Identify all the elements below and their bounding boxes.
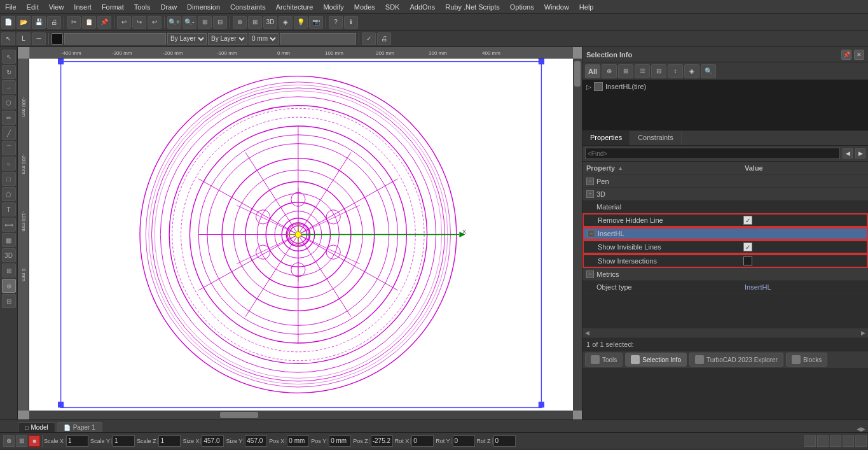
scale-x-input[interactable] (66, 435, 88, 447)
panel-search-button[interactable]: 🔍 (701, 64, 716, 78)
remove-hidden-checkbox[interactable] (743, 216, 752, 225)
info-btn[interactable]: ℹ (344, 16, 358, 29)
pos-y-input[interactable] (329, 435, 351, 447)
bottom-tool-3[interactable] (830, 435, 841, 447)
find-prev-button[interactable]: ◀ (843, 148, 853, 158)
zoom-all-button[interactable]: ⊞ (198, 16, 212, 29)
layer-input[interactable]: 0 (64, 33, 166, 45)
prop-show-intersections[interactable]: Show Intersections (582, 254, 868, 268)
grid-button[interactable]: ⊞ (248, 16, 262, 29)
bottom-tool-1[interactable] (804, 435, 816, 447)
copy-button[interactable]: 📋 (82, 16, 96, 29)
prop-show-invisible[interactable]: Show Invisible Lines (582, 240, 868, 254)
tool-dim[interactable]: ⟺ (2, 218, 16, 232)
menu-ruby-net-scripts[interactable]: Ruby .Net Scripts (440, 2, 505, 12)
tool-hatch[interactable]: ▦ (2, 233, 16, 247)
check-btn[interactable]: ✓ (362, 32, 376, 45)
view3d-button[interactable]: 3D (263, 16, 277, 29)
fill-select[interactable]: By Layer (208, 33, 247, 45)
canvas-area[interactable]: -400 mm -300 mm -200 mm -100 mm 0 mm 100… (18, 47, 582, 419)
pen-style-btn[interactable]: ─ (32, 32, 46, 45)
menu-insert[interactable]: Insert (69, 2, 97, 12)
lineweight-select[interactable]: 0 mm (249, 33, 279, 45)
help-btn[interactable]: ? (329, 16, 343, 29)
vertical-scrollbar[interactable] (573, 59, 582, 411)
rot-y-input[interactable] (453, 435, 475, 447)
pos-x-input[interactable] (287, 435, 309, 447)
menu-window[interactable]: Window (539, 2, 574, 12)
tool-text[interactable]: T (2, 202, 16, 216)
menu-format[interactable]: Format (97, 2, 129, 12)
bottom-tool-5[interactable] (855, 435, 867, 447)
grid-toggle[interactable]: ⊞ (16, 435, 27, 447)
panel-list-button[interactable]: ☰ (635, 64, 650, 78)
tool-block[interactable]: ⊞ (2, 264, 16, 278)
tool-poly[interactable]: ⬠ (2, 187, 16, 201)
tool-measure[interactable]: ⊕ (2, 279, 16, 293)
view-scroll-right[interactable]: ▶ (861, 426, 865, 432)
tool-3d[interactable]: 3D (2, 248, 16, 262)
sel-mode-btn[interactable]: ↖ (1, 32, 15, 45)
panel-tab-blocks[interactable]: Blocks (786, 353, 827, 367)
tool-brush[interactable]: ✏ (2, 111, 16, 125)
menu-tools[interactable]: Tools (129, 2, 156, 12)
prop-group-metrics[interactable]: − Metrics (582, 268, 868, 281)
open-button[interactable]: 📂 (17, 16, 31, 29)
tool-curve[interactable]: ⌒ (2, 141, 16, 155)
scroll-thumb-vertical[interactable] (574, 61, 581, 87)
tab-constraints[interactable]: Constraints (630, 131, 682, 145)
size-y-input[interactable] (245, 435, 267, 447)
snap-toggle[interactable]: ⊕ (3, 435, 15, 447)
panel-tab-explorer[interactable]: TurboCAD 2023 Explorer (689, 353, 783, 367)
tool-select[interactable]: ↖ (2, 50, 16, 64)
prop-material[interactable]: Material (582, 200, 868, 213)
zoom-out-button[interactable]: 🔍- (183, 16, 196, 29)
panel-pin-button[interactable]: 📌 (841, 50, 851, 60)
pos-z-input[interactable] (371, 435, 393, 447)
3d-expand-icon[interactable]: − (586, 190, 594, 198)
menu-help[interactable]: Help (574, 2, 599, 12)
panel-more-button[interactable]: ◈ (684, 64, 699, 78)
panel-group-button[interactable]: ⊞ (618, 64, 633, 78)
menu-view[interactable]: View (44, 2, 69, 12)
menu-file[interactable]: File (0, 2, 22, 12)
bottom-tool-2[interactable] (817, 435, 829, 447)
drawing-canvas[interactable]: X (29, 59, 573, 411)
light-button[interactable]: 💡 (294, 16, 308, 29)
panel-filter-button[interactable]: ⊛ (602, 64, 617, 78)
prop-scroll-left[interactable]: ◀ (585, 330, 589, 336)
prop-group-pen[interactable]: − Pen (582, 175, 868, 188)
zoom-in-button[interactable]: 🔍+ (167, 16, 181, 29)
menu-modify[interactable]: Modify (318, 2, 348, 12)
tool-circle[interactable]: ○ (2, 157, 16, 171)
cut-button[interactable]: ✂ (67, 16, 81, 29)
tool-rect[interactable]: □ (2, 172, 16, 186)
bottom-tool-4[interactable] (843, 435, 854, 447)
pen-expand-icon[interactable]: − (586, 178, 594, 185)
zoom-sel-button[interactable]: ⊟ (213, 16, 227, 29)
menu-sdk[interactable]: SDK (380, 2, 405, 12)
rot-z-input[interactable] (493, 435, 516, 447)
menu-draw[interactable]: Draw (155, 2, 182, 12)
inserthl-expand-icon[interactable]: − (588, 230, 595, 237)
render-button[interactable]: ◈ (279, 16, 293, 29)
undo-button[interactable]: ↩ (117, 16, 131, 29)
tool-arrow[interactable]: → (2, 80, 16, 94)
tab-model[interactable]: □ Model (18, 422, 55, 432)
save-button[interactable]: 💾 (32, 16, 46, 29)
snap-button[interactable]: ⊕ (233, 16, 247, 29)
menu-architecture[interactable]: Architecture (271, 2, 319, 12)
menu-dimension[interactable]: Dimension (182, 2, 225, 12)
redo-button[interactable]: ↪ (132, 16, 146, 29)
metrics-expand-icon[interactable]: − (586, 271, 594, 278)
scale-z-input[interactable] (158, 435, 181, 447)
value-input[interactable] (280, 33, 356, 45)
pen-select[interactable]: By Layer (167, 33, 207, 45)
panel-grid-button[interactable]: ⊟ (651, 64, 666, 78)
panel-all-button[interactable]: All (585, 64, 600, 78)
tab-properties[interactable]: Properties (582, 131, 630, 145)
camera-button[interactable]: 📷 (309, 16, 323, 29)
show-invisible-checkbox[interactable] (743, 243, 752, 251)
find-next-button[interactable]: ▶ (855, 148, 865, 158)
horizontal-scrollbar[interactable] (29, 411, 573, 419)
